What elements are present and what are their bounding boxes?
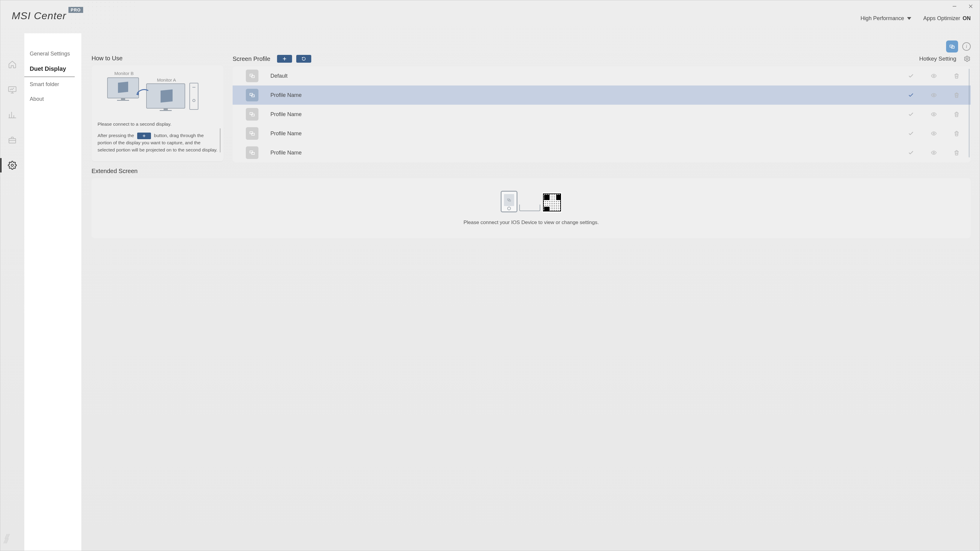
chevron-down-icon (907, 17, 911, 20)
howto-card: Monitor B Monitor A Please connect to a … (92, 65, 224, 161)
delete-profile-button[interactable] (953, 111, 961, 117)
profiles-section: Screen Profile Hotkey Setting (232, 55, 971, 162)
delete-profile-button[interactable] (953, 150, 961, 156)
content-area: i How to Use Monitor B Monitor A (81, 33, 980, 551)
profile-name: Default (267, 73, 899, 79)
apply-profile-button[interactable] (907, 111, 915, 117)
delete-profile-button[interactable] (953, 130, 961, 137)
profile-row[interactable]: Profile Name (232, 124, 971, 143)
rail-settings[interactable] (7, 160, 18, 171)
rail-home[interactable] (7, 59, 18, 70)
apps-optimizer-state: ON (963, 15, 971, 22)
howto-line1: Please connect to a second display. (97, 121, 218, 128)
profile-icon (246, 146, 258, 159)
inline-plus-icon (137, 133, 151, 139)
close-button[interactable] (966, 2, 975, 11)
howto-title: How to Use (92, 55, 224, 62)
hotkey-setting-label: Hotkey Setting (919, 56, 956, 62)
qr-code[interactable] (542, 192, 562, 212)
preview-profile-button[interactable] (930, 130, 938, 137)
profile-icon (246, 108, 258, 121)
profile-row[interactable]: Profile Name (232, 105, 971, 124)
info-icon[interactable]: i (962, 42, 971, 51)
svg-point-14 (933, 94, 935, 96)
profile-name: Profile Name (267, 111, 899, 118)
refresh-profiles-button[interactable] (296, 55, 311, 63)
svg-point-8 (966, 58, 968, 60)
extended-message: Please connect your IOS Device to view o… (463, 219, 599, 225)
extended-screen-section: Extended Screen Please connect your IOS … (92, 168, 971, 238)
titlebar (0, 0, 980, 17)
msi-brand-icon: ////// (3, 534, 20, 543)
rail-stats[interactable] (7, 110, 18, 120)
sidebar-item-duet-display[interactable]: Duet Display (24, 61, 75, 77)
profiles-title: Screen Profile (232, 56, 270, 62)
profile-icon (246, 70, 258, 82)
app-logo: MSI Center PRO (12, 10, 66, 22)
preview-profile-button[interactable] (930, 92, 938, 98)
monitor-b-label: Monitor B (115, 71, 134, 76)
profile-name: Profile Name (267, 92, 899, 98)
extended-card: Please connect your IOS Device to view o… (92, 178, 971, 238)
pro-badge: PRO (68, 7, 83, 13)
preview-profile-button[interactable] (930, 111, 938, 117)
nav-rail: ////// (0, 33, 24, 551)
rail-monitor[interactable] (7, 84, 18, 95)
profile-list: Default Profile Name (232, 66, 971, 162)
profile-name: Profile Name (267, 150, 899, 156)
performance-mode-dropdown[interactable]: High Performance (861, 15, 911, 22)
svg-point-17 (933, 114, 935, 115)
svg-point-20 (933, 133, 935, 134)
svg-point-23 (933, 152, 935, 154)
delete-profile-button[interactable] (953, 73, 961, 79)
performance-mode-label: High Performance (861, 15, 904, 22)
howto-line2: After pressing the button, drag through … (97, 132, 218, 154)
svg-point-11 (933, 75, 935, 77)
preview-profile-button[interactable] (930, 73, 938, 79)
apps-optimizer-label: Apps Optimizer (923, 15, 960, 22)
apply-profile-button[interactable] (907, 73, 915, 79)
profile-row[interactable]: Profile Name (232, 143, 971, 162)
add-profile-button[interactable] (277, 55, 292, 63)
sidebar-item-general-settings[interactable]: General Settings (24, 46, 75, 61)
rail-toolbox[interactable] (7, 135, 18, 146)
apply-profile-button[interactable] (907, 130, 915, 137)
svg-point-5 (11, 164, 14, 167)
monitor-a-graphic (146, 83, 185, 109)
profile-row[interactable]: Default (232, 66, 971, 86)
profile-icon (246, 127, 258, 140)
svg-rect-4 (9, 138, 16, 143)
sidebar: General Settings Duet Display Smart fold… (24, 33, 81, 551)
app-title: MSI Center (12, 10, 66, 21)
howto-section: How to Use Monitor B Monitor A Please co… (92, 55, 224, 162)
extended-graphic (501, 191, 562, 212)
howto-scrollbar[interactable] (220, 129, 221, 152)
apply-profile-button[interactable] (907, 92, 915, 98)
monitor-b-graphic (107, 78, 139, 98)
hotkey-settings-button[interactable] (964, 55, 971, 62)
sidebar-item-smart-folder[interactable]: Smart folder (24, 77, 75, 92)
delete-profile-button[interactable] (953, 92, 961, 98)
profile-name: Profile Name (267, 130, 899, 137)
minimize-button[interactable] (950, 2, 959, 11)
apply-profile-button[interactable] (907, 150, 915, 156)
profile-icon (246, 89, 258, 102)
pc-tower-graphic (189, 83, 199, 110)
app-window: MSI Center PRO High Performance Apps Opt… (0, 0, 980, 551)
duet-display-app-icon[interactable] (946, 40, 958, 52)
extended-title: Extended Screen (92, 168, 971, 175)
tablet-icon (501, 191, 517, 212)
monitor-diagram: Monitor B Monitor A (97, 71, 218, 116)
preview-profile-button[interactable] (930, 150, 938, 156)
sidebar-item-about[interactable]: About (24, 92, 75, 106)
svg-rect-3 (9, 87, 16, 92)
apps-optimizer-toggle[interactable]: Apps Optimizer ON (923, 15, 971, 22)
monitor-a-label: Monitor A (157, 78, 176, 83)
cable-icon (519, 205, 540, 211)
arrow-icon (135, 87, 150, 100)
profile-row[interactable]: Profile Name (232, 86, 971, 105)
